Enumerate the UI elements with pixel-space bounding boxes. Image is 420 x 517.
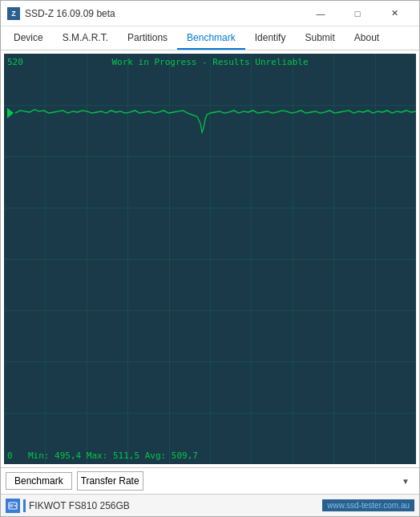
- tab-about[interactable]: About: [345, 26, 389, 50]
- tab-smart[interactable]: S.M.A.R.T.: [53, 26, 118, 50]
- status-bar: FIKWOT FS810 256GB www.ssd-tester.com.au: [1, 494, 419, 516]
- bottom-toolbar: Benchmark Transfer Rate IOPS Access Time: [1, 467, 419, 494]
- chart-waveform: [4, 54, 416, 464]
- app-icon: Z: [7, 7, 20, 20]
- tab-partitions[interactable]: Partitions: [118, 26, 177, 50]
- minimize-button[interactable]: —: [302, 1, 339, 26]
- dropdown-wrapper: Transfer Rate IOPS Access Time: [77, 471, 414, 491]
- window-title: SSD-Z 16.09.09 beta: [25, 8, 302, 19]
- benchmark-button[interactable]: Benchmark: [6, 472, 72, 490]
- drive-info: FIKWOT FS810 256GB: [6, 499, 317, 513]
- app-window: Z SSD-Z 16.09.09 beta — □ ✕ Device S.M.A…: [0, 0, 420, 517]
- drive-icon: [6, 499, 20, 513]
- benchmark-chart: 520 0 Work in Progress - Results Unrelia…: [4, 54, 416, 464]
- title-bar: Z SSD-Z 16.09.09 beta — □ ✕: [1, 1, 419, 26]
- tab-submit[interactable]: Submit: [295, 26, 344, 50]
- drive-indicator: [23, 499, 26, 512]
- svg-marker-0: [7, 108, 14, 119]
- window-controls: — □ ✕: [302, 1, 413, 26]
- menu-bar: Device S.M.A.R.T. Partitions Benchmark I…: [1, 26, 419, 50]
- svg-point-2: [14, 505, 16, 507]
- tab-benchmark[interactable]: Benchmark: [177, 26, 245, 50]
- tab-identify[interactable]: Identify: [245, 26, 296, 50]
- transfer-type-dropdown[interactable]: Transfer Rate IOPS Access Time: [77, 471, 143, 491]
- drive-name: FIKWOT FS810 256GB: [29, 500, 130, 511]
- maximize-button[interactable]: □: [339, 1, 376, 26]
- tab-device[interactable]: Device: [4, 26, 53, 50]
- website-label: www.ssd-tester.com.au: [322, 499, 414, 511]
- close-button[interactable]: ✕: [376, 1, 413, 26]
